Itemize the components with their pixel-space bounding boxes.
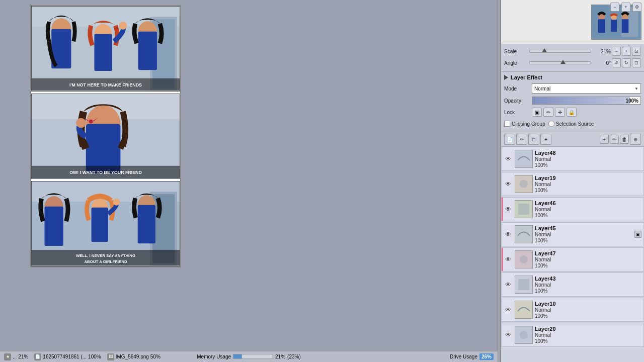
layer-item[interactable]: 👁 Layer10 Normal 100% [501, 298, 644, 322]
chevron-down-icon: ▼ [634, 86, 638, 91]
layer-visibility-btn[interactable]: 👁 [504, 154, 513, 163]
layer-mode: Normal [535, 282, 641, 288]
mode-value: Normal [534, 86, 550, 92]
layer-mode: Normal [535, 257, 641, 262]
status-label-1: ... [13, 354, 17, 359]
status-label-3: IMG_5649.png [116, 354, 149, 359]
status-zoom-1: 21% [18, 354, 28, 359]
status-icon-1: ★ [4, 353, 11, 360]
new-layer-paint-btn[interactable]: ✏ [516, 134, 527, 145]
svg-text:ABOUT A GIRLFRIEND: ABOUT A GIRLFRIEND [84, 259, 127, 264]
drive-usage: Drive Usage 26% [450, 351, 494, 362]
scale-extra[interactable]: ⊡ [632, 47, 641, 56]
layer-info-Layer20: Layer20 Normal 100% [535, 326, 641, 344]
layer-thumb-Layer19 [515, 175, 533, 193]
status-zoom-2: 100% [88, 354, 101, 359]
angle-extra[interactable]: ⊡ [632, 58, 641, 67]
layer-thumb-Layer43 [515, 276, 533, 294]
opacity-row: Opacity 100% [504, 96, 641, 106]
clipping-checkbox[interactable] [504, 121, 510, 127]
layer-visibility-btn[interactable]: 👁 [504, 255, 513, 264]
layer-visibility-btn[interactable]: 👁 [504, 305, 513, 314]
layer-star-btn[interactable]: ✦ [540, 134, 551, 145]
memory-label: Memory Usage [197, 354, 231, 359]
layer-info-Layer43: Layer43 Normal 100% [535, 276, 641, 294]
svg-text:OW! I WANT TO BE YOUR FRIEND: OW! I WANT TO BE YOUR FRIEND [69, 170, 142, 175]
mode-row: Mode Normal ▼ [504, 83, 641, 94]
comic-panel-1: I'M NOT HERE TO MAKE FRIENDS [31, 6, 180, 92]
new-layer-btn[interactable]: 📄 [504, 134, 515, 145]
layer-item[interactable]: 👁 Layer48 Normal 100% [501, 147, 644, 171]
svg-rect-47 [518, 204, 529, 215]
lock-all-btn[interactable]: 🔒 [567, 108, 577, 117]
layer-effect-title: Layer Effect [511, 74, 542, 80]
right-panel: − + ⚙ Scale 21% − + ⊡ Angle [501, 0, 644, 362]
layer-paint-small-btn[interactable]: ✏ [610, 135, 619, 144]
layer-item[interactable]: 👁 Layer45 Normal 100% ▣ [501, 222, 644, 246]
scale-minus-btn[interactable]: − [610, 3, 619, 12]
svg-rect-16 [86, 124, 121, 173]
svg-point-45 [520, 180, 528, 188]
scale-minus-small[interactable]: − [612, 47, 621, 56]
angle-slider-container: 0° [529, 60, 611, 66]
clipping-group-checkbox[interactable]: Clipping Group [504, 121, 545, 127]
selection-radio[interactable] [548, 121, 554, 127]
scale-slider-container: 21% [529, 49, 611, 54]
lock-icons: ▣ ✏ ✛ 🔒 [532, 108, 577, 117]
mode-dropdown[interactable]: Normal ▼ [532, 83, 641, 94]
layer-thumb-Layer10 [515, 301, 533, 319]
layer-tools-row: 📄 ✏ □ ✦ + ✏ 🗑 ⊕ [501, 132, 644, 147]
layer-visibility-btn[interactable]: 👁 [504, 330, 513, 339]
selection-source-radio[interactable]: Selection Source [548, 121, 594, 127]
layer-icon: ▣ [634, 231, 641, 238]
svg-point-18 [89, 120, 93, 124]
svg-rect-26 [44, 207, 63, 246]
layer-info-Layer45: Layer45 Normal 100% [535, 225, 634, 243]
scale-settings-btn[interactable]: ⚙ [632, 3, 641, 12]
status-item-3: 🖼 IMG_5649.png 50% [107, 353, 160, 360]
layer-opacity: 100% [535, 313, 641, 319]
angle-ccw[interactable]: ↺ [612, 58, 621, 67]
layer-visibility-btn[interactable]: 👁 [504, 230, 513, 239]
lock-paint-btn[interactable]: ✏ [543, 108, 553, 117]
layer-visibility-btn[interactable]: 👁 [504, 205, 513, 214]
scale-plus-btn[interactable]: + [621, 3, 630, 12]
status-item-1: ★ ... 21% [4, 353, 28, 360]
layer-item[interactable]: 👁 Layer47 Normal 100% [501, 247, 644, 272]
new-folder-btn[interactable]: □ [528, 134, 539, 145]
layer-opacity: 100% [535, 238, 634, 243]
layer-visibility-btn[interactable]: 👁 [504, 280, 513, 289]
scale-plus-small[interactable]: + [622, 47, 631, 56]
layer-name: Layer47 [535, 250, 641, 256]
app-container: I'M NOT HERE TO MAKE FRIENDS [0, 0, 644, 362]
svg-rect-43 [515, 150, 532, 167]
layer-right-btn[interactable]: ⊕ [630, 134, 641, 145]
scale-value: 21% [593, 49, 611, 54]
angle-cw[interactable]: ↻ [622, 58, 631, 67]
layer-effect-section: Layer Effect Mode Normal ▼ Opacity 100% [501, 72, 644, 132]
delete-layer-btn[interactable]: 🗑 [620, 135, 629, 144]
scale-slider[interactable] [529, 50, 591, 53]
layer-item[interactable]: 👁 Layer46 Normal 100% [501, 197, 644, 221]
opacity-bar[interactable]: 100% [532, 97, 641, 105]
drive-label: Drive Usage [450, 354, 477, 359]
svg-rect-42 [622, 19, 629, 33]
layer-thumb-Layer20 [515, 326, 533, 344]
layer-visibility-btn[interactable]: 👁 [504, 179, 513, 189]
comic-panel-2: OW! I WANT TO BE YOUR FRIEND [31, 94, 180, 179]
layer-opacity: 100% [535, 188, 641, 193]
angle-slider[interactable] [529, 61, 591, 64]
layer-opacity: 100% [535, 162, 641, 168]
status-label-2: 1625077491861 (... [43, 354, 87, 359]
add-layer-btn[interactable]: + [600, 135, 609, 144]
svg-point-8 [119, 22, 127, 30]
lock-pixels-btn[interactable]: ▣ [532, 108, 542, 117]
drive-badge: 26% [479, 353, 494, 360]
layer-item[interactable]: 👁 Layer43 Normal 100% [501, 273, 644, 297]
layer-item[interactable]: 👁 Layer19 Normal 100% [501, 172, 644, 196]
layer-mode: Normal [535, 182, 641, 187]
lock-move-btn[interactable]: ✛ [555, 108, 565, 117]
layer-effect-header[interactable]: Layer Effect [504, 73, 641, 81]
layer-item[interactable]: 👁 Layer20 Normal 100% [501, 323, 644, 347]
clipping-row: Clipping Group Selection Source [504, 119, 641, 129]
